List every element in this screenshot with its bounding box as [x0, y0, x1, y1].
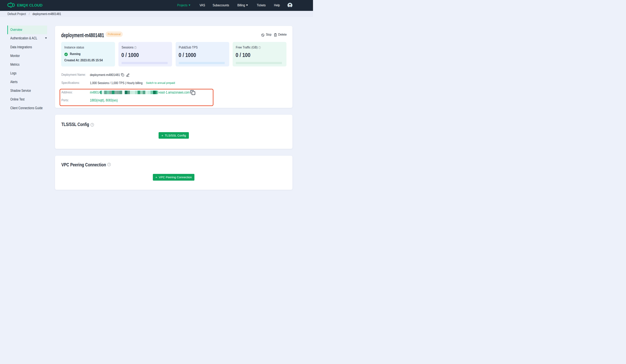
svg-text:?: ? — [108, 163, 110, 166]
svg-text:?: ? — [259, 47, 260, 48]
svg-text:?: ? — [135, 47, 136, 48]
svg-text:?: ? — [92, 124, 93, 126]
